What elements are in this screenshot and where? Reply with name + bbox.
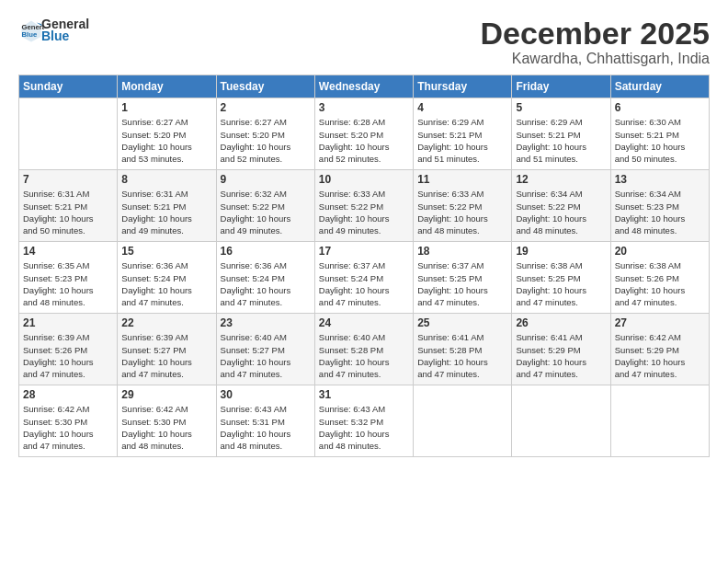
calendar-cell: 25Sunrise: 6:41 AM Sunset: 5:28 PM Dayli… — [414, 314, 512, 385]
day-info: Sunrise: 6:40 AM Sunset: 5:28 PM Dayligh… — [319, 331, 409, 380]
day-info: Sunrise: 6:43 AM Sunset: 5:31 PM Dayligh… — [221, 403, 311, 452]
calendar-cell: 23Sunrise: 6:40 AM Sunset: 5:27 PM Dayli… — [216, 314, 314, 385]
day-number: 16 — [221, 245, 311, 258]
day-number: 7 — [23, 173, 113, 186]
calendar-cell: 12Sunrise: 6:34 AM Sunset: 5:22 PM Dayli… — [512, 170, 610, 242]
calendar-cell — [610, 385, 709, 457]
day-info: Sunrise: 6:39 AM Sunset: 5:26 PM Dayligh… — [23, 331, 113, 380]
day-number: 31 — [319, 388, 409, 401]
day-info: Sunrise: 6:31 AM Sunset: 5:21 PM Dayligh… — [23, 188, 113, 236]
day-info: Sunrise: 6:43 AM Sunset: 5:32 PM Dayligh… — [319, 403, 409, 452]
calendar-cell: 11Sunrise: 6:33 AM Sunset: 5:22 PM Dayli… — [414, 170, 512, 242]
day-info: Sunrise: 6:32 AM Sunset: 5:22 PM Dayligh… — [221, 188, 311, 236]
day-number: 22 — [121, 316, 211, 329]
calendar-cell: 20Sunrise: 6:38 AM Sunset: 5:26 PM Dayli… — [610, 242, 709, 314]
day-number: 24 — [319, 316, 409, 329]
day-number: 29 — [121, 388, 211, 401]
day-number: 27 — [615, 316, 705, 329]
calendar-cell: 10Sunrise: 6:33 AM Sunset: 5:22 PM Dayli… — [314, 170, 413, 242]
day-info: Sunrise: 6:29 AM Sunset: 5:21 PM Dayligh… — [516, 116, 606, 165]
day-info: Sunrise: 6:34 AM Sunset: 5:23 PM Dayligh… — [615, 188, 705, 236]
calendar-cell: 30Sunrise: 6:43 AM Sunset: 5:31 PM Dayli… — [216, 385, 314, 457]
day-info: Sunrise: 6:41 AM Sunset: 5:28 PM Dayligh… — [417, 331, 507, 380]
day-info: Sunrise: 6:36 AM Sunset: 5:24 PM Dayligh… — [221, 259, 311, 308]
calendar-cell: 15Sunrise: 6:36 AM Sunset: 5:24 PM Dayli… — [118, 242, 216, 314]
day-info: Sunrise: 6:38 AM Sunset: 5:25 PM Dayligh… — [516, 259, 606, 308]
calendar-week-row: 14Sunrise: 6:35 AM Sunset: 5:23 PM Dayli… — [19, 242, 710, 314]
day-info: Sunrise: 6:29 AM Sunset: 5:21 PM Dayligh… — [417, 116, 507, 165]
day-number: 8 — [121, 173, 211, 186]
day-info: Sunrise: 6:37 AM Sunset: 5:25 PM Dayligh… — [417, 259, 507, 308]
day-info: Sunrise: 6:41 AM Sunset: 5:29 PM Dayligh… — [516, 331, 606, 380]
calendar-cell: 7Sunrise: 6:31 AM Sunset: 5:21 PM Daylig… — [19, 170, 118, 242]
calendar-cell: 16Sunrise: 6:36 AM Sunset: 5:24 PM Dayli… — [216, 242, 314, 314]
day-info: Sunrise: 6:42 AM Sunset: 5:30 PM Dayligh… — [23, 403, 113, 452]
day-info: Sunrise: 6:33 AM Sunset: 5:22 PM Dayligh… — [319, 188, 409, 236]
day-header-friday: Friday — [512, 75, 610, 98]
day-number: 2 — [221, 101, 311, 114]
page-container: General Blue General Blue December 2025 … — [0, 0, 728, 466]
day-info: Sunrise: 6:33 AM Sunset: 5:22 PM Dayligh… — [417, 188, 507, 236]
calendar-cell: 26Sunrise: 6:41 AM Sunset: 5:29 PM Dayli… — [512, 314, 610, 385]
calendar-week-row: 28Sunrise: 6:42 AM Sunset: 5:30 PM Dayli… — [19, 385, 710, 457]
calendar-cell — [414, 385, 512, 457]
calendar-cell: 29Sunrise: 6:42 AM Sunset: 5:30 PM Dayli… — [118, 385, 216, 457]
calendar-cell: 1Sunrise: 6:27 AM Sunset: 5:20 PM Daylig… — [118, 98, 216, 170]
logo-icon: General Blue — [18, 17, 44, 43]
title-block: December 2025 Kawardha, Chhattisgarh, In… — [480, 17, 710, 67]
day-number: 4 — [417, 101, 507, 114]
calendar-week-row: 1Sunrise: 6:27 AM Sunset: 5:20 PM Daylig… — [19, 98, 710, 170]
day-number: 21 — [23, 316, 113, 329]
calendar-cell: 13Sunrise: 6:34 AM Sunset: 5:23 PM Dayli… — [610, 170, 709, 242]
day-number: 15 — [121, 245, 211, 258]
day-number: 18 — [417, 245, 507, 258]
day-number: 14 — [23, 245, 113, 258]
location-title: Kawardha, Chhattisgarh, India — [480, 51, 710, 67]
calendar-cell: 22Sunrise: 6:39 AM Sunset: 5:27 PM Dayli… — [118, 314, 216, 385]
day-info: Sunrise: 6:34 AM Sunset: 5:22 PM Dayligh… — [516, 188, 606, 236]
day-info: Sunrise: 6:42 AM Sunset: 5:29 PM Dayligh… — [615, 331, 705, 380]
day-header-saturday: Saturday — [610, 75, 709, 98]
day-number: 10 — [319, 173, 409, 186]
logo-blue: Blue — [41, 29, 89, 43]
day-info: Sunrise: 6:27 AM Sunset: 5:20 PM Dayligh… — [121, 116, 211, 165]
svg-text:Blue: Blue — [22, 30, 38, 39]
day-number: 3 — [319, 101, 409, 114]
day-info: Sunrise: 6:28 AM Sunset: 5:20 PM Dayligh… — [319, 116, 409, 165]
day-header-wednesday: Wednesday — [314, 75, 413, 98]
calendar-header-row: SundayMondayTuesdayWednesdayThursdayFrid… — [19, 75, 710, 98]
day-info: Sunrise: 6:36 AM Sunset: 5:24 PM Dayligh… — [121, 259, 211, 308]
calendar-table: SundayMondayTuesdayWednesdayThursdayFrid… — [18, 75, 710, 457]
day-header-monday: Monday — [118, 75, 216, 98]
day-info: Sunrise: 6:38 AM Sunset: 5:26 PM Dayligh… — [615, 259, 705, 308]
day-number: 5 — [516, 101, 606, 114]
day-info: Sunrise: 6:39 AM Sunset: 5:27 PM Dayligh… — [121, 331, 211, 380]
calendar-cell: 5Sunrise: 6:29 AM Sunset: 5:21 PM Daylig… — [512, 98, 610, 170]
calendar-cell — [19, 98, 118, 170]
day-info: Sunrise: 6:37 AM Sunset: 5:24 PM Dayligh… — [319, 259, 409, 308]
day-number: 19 — [516, 245, 606, 258]
calendar-cell: 27Sunrise: 6:42 AM Sunset: 5:29 PM Dayli… — [610, 314, 709, 385]
day-number: 25 — [417, 316, 507, 329]
day-number: 30 — [221, 388, 311, 401]
calendar-cell: 21Sunrise: 6:39 AM Sunset: 5:26 PM Dayli… — [19, 314, 118, 385]
day-number: 12 — [516, 173, 606, 186]
day-number: 13 — [615, 173, 705, 186]
calendar-cell: 3Sunrise: 6:28 AM Sunset: 5:20 PM Daylig… — [314, 98, 413, 170]
calendar-cell: 24Sunrise: 6:40 AM Sunset: 5:28 PM Dayli… — [314, 314, 413, 385]
day-number: 28 — [23, 388, 113, 401]
day-info: Sunrise: 6:31 AM Sunset: 5:21 PM Dayligh… — [121, 188, 211, 236]
logo: General Blue General Blue — [18, 17, 89, 43]
calendar-cell: 17Sunrise: 6:37 AM Sunset: 5:24 PM Dayli… — [314, 242, 413, 314]
calendar-cell: 4Sunrise: 6:29 AM Sunset: 5:21 PM Daylig… — [414, 98, 512, 170]
calendar-cell: 19Sunrise: 6:38 AM Sunset: 5:25 PM Dayli… — [512, 242, 610, 314]
day-number: 11 — [417, 173, 507, 186]
calendar-cell: 31Sunrise: 6:43 AM Sunset: 5:32 PM Dayli… — [314, 385, 413, 457]
calendar-week-row: 7Sunrise: 6:31 AM Sunset: 5:21 PM Daylig… — [19, 170, 710, 242]
day-number: 1 — [121, 101, 211, 114]
day-number: 17 — [319, 245, 409, 258]
day-number: 9 — [221, 173, 311, 186]
day-number: 20 — [615, 245, 705, 258]
calendar-cell: 14Sunrise: 6:35 AM Sunset: 5:23 PM Dayli… — [19, 242, 118, 314]
calendar-cell: 2Sunrise: 6:27 AM Sunset: 5:20 PM Daylig… — [216, 98, 314, 170]
